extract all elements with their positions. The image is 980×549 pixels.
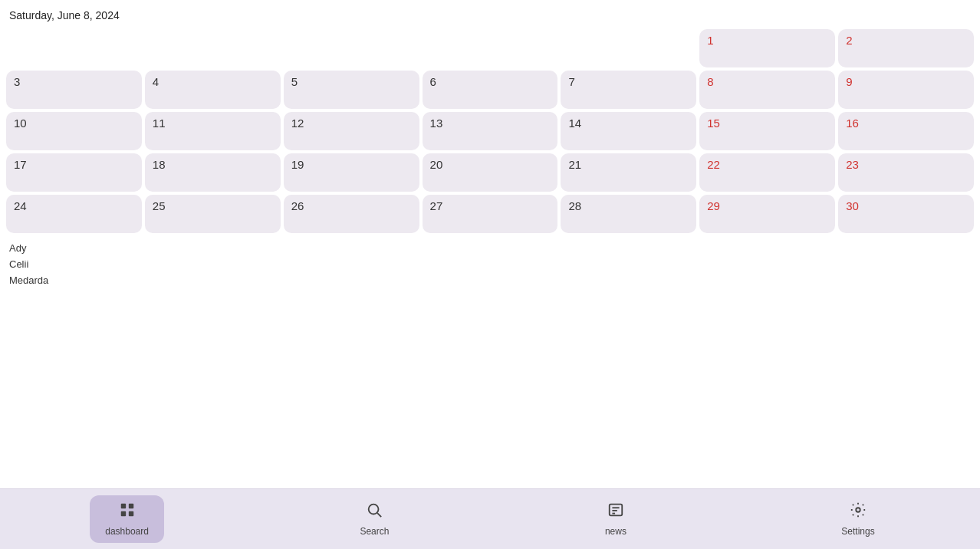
day-number: 2 (846, 34, 966, 47)
nav-settings[interactable]: Settings (826, 495, 890, 543)
calendar-cell[interactable]: 11 (145, 112, 281, 150)
news-icon (607, 501, 624, 523)
settings-icon (850, 501, 867, 523)
day-number: 6 (430, 75, 551, 88)
day-number: 26 (291, 199, 412, 212)
calendar-cell (561, 29, 696, 67)
day-number: 28 (568, 199, 689, 212)
name-entry: Medarda (9, 273, 974, 289)
svg-rect-1 (128, 504, 133, 508)
dashboard-icon (119, 501, 136, 523)
svg-line-5 (378, 513, 382, 517)
day-number: 1 (707, 34, 827, 47)
day-number: 8 (707, 75, 827, 88)
nav-news[interactable]: news (585, 495, 646, 543)
calendar-cell[interactable]: 17 (6, 153, 142, 192)
calendar-cell[interactable]: 22 (699, 153, 835, 192)
nav-dashboard-label: dashboard (105, 526, 149, 537)
calendar-cell[interactable]: 18 (145, 153, 281, 192)
svg-rect-3 (128, 511, 133, 516)
calendar-cell[interactable]: 9 (838, 71, 974, 109)
svg-point-10 (856, 508, 860, 512)
calendar-cell[interactable]: 8 (699, 71, 835, 109)
day-number: 4 (153, 75, 273, 88)
calendar-cell (423, 29, 558, 67)
calendar-cell[interactable]: 28 (561, 195, 696, 233)
day-number: 12 (291, 117, 412, 130)
calendar-cell[interactable]: 21 (561, 153, 696, 192)
calendar-cell[interactable]: 10 (6, 112, 142, 150)
nav-search[interactable]: Search (344, 495, 405, 543)
calendar-cell[interactable]: 27 (423, 195, 558, 233)
day-number: 29 (707, 199, 827, 212)
calendar-cell[interactable]: 16 (838, 112, 974, 150)
name-entry: Celii (9, 257, 974, 273)
calendar-cell[interactable]: 12 (284, 112, 419, 150)
nav-search-label: Search (360, 526, 389, 537)
day-number: 14 (568, 117, 689, 130)
calendar-grid: 1234567891011121314151617181920212223242… (6, 29, 974, 233)
calendar-cell[interactable]: 5 (284, 71, 419, 109)
day-number: 25 (153, 199, 273, 212)
calendar-cell (145, 29, 281, 67)
day-number: 17 (14, 158, 134, 171)
nav-settings-label: Settings (841, 526, 874, 537)
calendar-cell[interactable]: 4 (145, 71, 281, 109)
calendar-cell[interactable]: 25 (145, 195, 281, 233)
day-number: 5 (291, 75, 412, 88)
calendar-cell[interactable]: 1 (699, 29, 835, 67)
calendar-cell[interactable]: 30 (838, 195, 974, 233)
bottom-nav: dashboard Search news Sett (0, 488, 980, 549)
calendar-cell[interactable]: 24 (6, 195, 142, 233)
day-number: 13 (430, 117, 551, 130)
day-number: 18 (153, 158, 273, 171)
names-section: AdyCeliiMedarda (6, 241, 974, 288)
day-number: 21 (568, 158, 689, 171)
calendar-cell[interactable]: 26 (284, 195, 419, 233)
name-entry: Ady (9, 241, 974, 257)
svg-rect-2 (120, 511, 125, 516)
day-number: 30 (846, 199, 966, 212)
day-number: 22 (707, 158, 827, 171)
search-icon (366, 501, 383, 523)
day-number: 10 (14, 117, 134, 130)
svg-rect-0 (120, 504, 125, 508)
day-number: 3 (14, 75, 134, 88)
calendar-cell (6, 29, 142, 67)
day-number: 9 (846, 75, 966, 88)
nav-news-label: news (605, 526, 626, 537)
day-number: 27 (430, 199, 551, 212)
calendar-cell[interactable]: 2 (838, 29, 974, 67)
day-number: 19 (291, 158, 412, 171)
calendar-cell[interactable]: 19 (284, 153, 419, 192)
nav-dashboard[interactable]: dashboard (90, 495, 164, 543)
calendar-cell[interactable]: 29 (699, 195, 835, 233)
calendar-cell (284, 29, 419, 67)
day-number: 15 (707, 117, 827, 130)
svg-point-4 (369, 505, 379, 514)
date-header: Saturday, June 8, 2024 (6, 9, 974, 21)
calendar-cell[interactable]: 23 (838, 153, 974, 192)
calendar-cell[interactable]: 14 (561, 112, 696, 150)
main-content: Saturday, June 8, 2024 12345678910111213… (0, 0, 980, 488)
calendar-cell[interactable]: 20 (423, 153, 558, 192)
day-number: 7 (568, 75, 689, 88)
day-number: 16 (846, 117, 966, 130)
calendar-cell[interactable]: 7 (561, 71, 696, 109)
day-number: 20 (430, 158, 551, 171)
calendar-cell[interactable]: 3 (6, 71, 142, 109)
day-number: 23 (846, 158, 966, 171)
calendar-cell[interactable]: 6 (423, 71, 558, 109)
day-number: 11 (153, 117, 273, 130)
calendar-cell[interactable]: 15 (699, 112, 835, 150)
calendar-cell[interactable]: 13 (423, 112, 558, 150)
day-number: 24 (14, 199, 134, 212)
